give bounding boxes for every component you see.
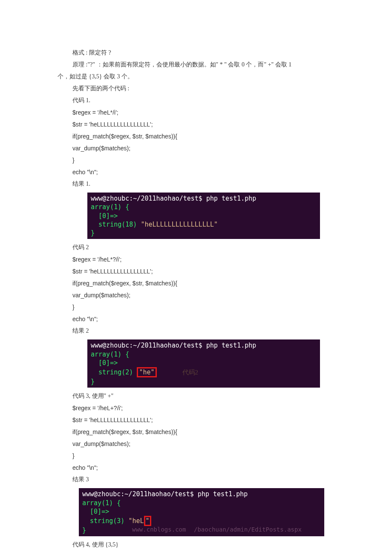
principle-line-2: 个，如过是 {3,5} 会取 3 个。 [58,71,366,83]
code1-label: 代码 1. [58,95,366,106]
terminal-output-2: www@zhoubc:~/2011haohao/test$ php test1.… [87,339,320,388]
code1-l3: if(preg_match($regex, $str, $matches)){ [58,130,366,142]
code4-label: 代码 4, 使用 {3,5} [58,539,366,551]
principle-line-1: 原理 :"?" ：如果前面有限定符，会使用最小的数据。如" * " 会取 0 个… [58,59,366,71]
t2-strval-boxed: "he" [137,367,156,377]
t2-prompt: www@zhoubc:~/2011haohao/test$ [91,342,202,349]
see-below-line: 先看下面的两个代码 : [58,83,366,95]
t1-cmd: php test1.php [202,195,256,202]
code3-l2: $str = 'heLLLLLLLLLLLLLLLL'; [58,414,366,426]
t1-strval: "heLLLLLLLLLLLLLLLL" [141,221,218,228]
terminal-output-1: www@zhoubc:~/2011haohao/test$ php test1.… [87,193,320,239]
code2-l5: } [58,301,366,313]
code3-l5: } [58,450,366,462]
code3-l1: $regex = '/heL+?/i'; [58,402,366,414]
t2-key: [0]=> [91,359,118,367]
code2-l3: if(preg_match($regex, $str, $matches)){ [58,277,366,289]
t1-prompt: www@zhoubc:~/2011haohao/test$ [91,195,202,202]
t2-strtype: string(2) [91,368,137,376]
code1-l5: } [58,154,366,166]
t3-strtype: string(3) [82,517,128,525]
code2-l1: $regex = '/heL*?/i'; [58,253,366,265]
result3-label: 结果 3 [58,474,366,486]
t1-key: [0]=> [91,212,118,220]
document-page: 格式 : 限定符 ? 原理 :"?" ：如果前面有限定符，会使用最小的数据。如"… [0,0,392,555]
code1-l4: var_dump($matches); [58,142,366,154]
code2-l6: echo "\n"; [58,313,366,325]
code3-l4: var_dump($matches); [58,438,366,450]
code3-l3: if(preg_match($regex, $str, $matches)){ [58,426,366,438]
code2-label: 代码 2 [58,242,366,253]
t3-cmd: php test1.php [194,490,248,498]
code2-l4: var_dump($matches); [58,289,366,301]
code3-label: 代码 3, 使用" +" [58,390,366,402]
code1-l2: $str = 'heLLLLLLLLLLLLLLLL'; [58,118,366,130]
t1-brace: } [91,229,95,237]
t2-brace: } [91,378,95,385]
t3-array: array(1) { [82,499,121,507]
t1-strtype: string(18) [91,221,141,228]
format-line: 格式 : 限定符 ? [58,47,366,59]
code2-annotation: 代码2 [182,369,199,376]
terminal-output-3: www@zhoubc:~/2011haohao/test$ php test1.… [79,488,324,536]
t3-prompt: www@zhoubc:~/2011haohao/test$ [82,490,194,498]
result2-label: 结果 2 [58,325,366,337]
t3-key: [0]=> [82,508,109,515]
code1-l1: $regex = '/heL*/i'; [58,106,366,118]
t1-array: array(1) { [91,203,129,211]
t3-strval-a: "heL [128,517,144,525]
code2-l2: $str = 'heLLLLLLLLLLLLLLLL'; [58,265,366,277]
t2-array: array(1) { [91,351,129,358]
code3-l6: echo "\n"; [58,462,366,474]
code1-l6: echo "\n"; [58,166,366,178]
t2-cmd: php test1.php [202,342,256,349]
t3-redbox: " [144,516,151,526]
t3-brace: } [82,526,86,534]
result1-label: 结果 1. [58,178,366,190]
